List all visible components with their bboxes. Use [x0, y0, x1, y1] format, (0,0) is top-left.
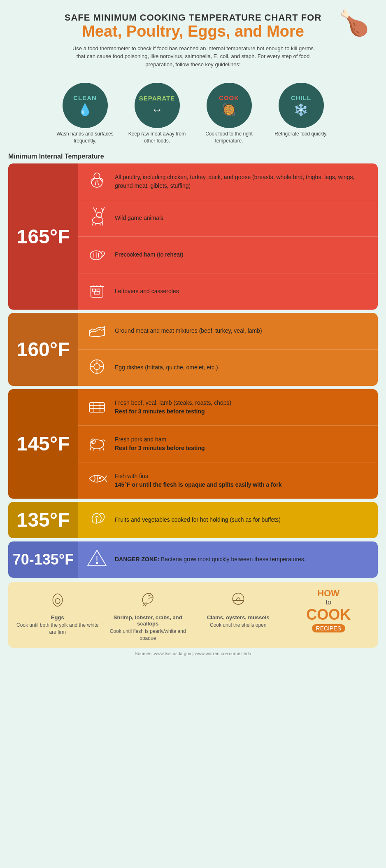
svg-rect-10	[97, 289, 100, 292]
clean-desc: Wash hands and surfaces frequently.	[52, 131, 118, 145]
temp-165-text-1: Wild game animals	[115, 214, 163, 222]
temp-135-items: Fruits and vegetables cooked for hot hol…	[78, 502, 378, 538]
bottom-shrimp: Shrimp, lobster, crabs, and scallops Coo…	[105, 588, 191, 642]
separate-desc: Keep raw meat away from other foods.	[124, 131, 190, 145]
page: SAFE MINIMUM COOKING TEMPERATURE CHART F…	[0, 0, 386, 664]
temp-135-text-0: Fruits and vegetables cooked for hot hol…	[115, 516, 281, 524]
veggie-icon	[84, 507, 109, 533]
clams-desc: Cook until the shells open	[210, 622, 266, 629]
temp-135-item-0: Fruits and vegetables cooked for hot hol…	[78, 502, 378, 538]
svg-line-34	[149, 597, 153, 598]
temp-135-label: 135°F	[8, 502, 78, 538]
clean-icon: 💧	[78, 103, 92, 117]
temp-danger-items: DANGER ZONE: Bacteria grow most quickly …	[78, 541, 378, 578]
pork-icon	[84, 431, 109, 457]
clean-circle: CLEAN 💧	[63, 83, 108, 128]
chill-circle: CHILL ❄️	[279, 83, 324, 128]
temp-160-text-0: Ground meat and meat mixtures (beef, tur…	[115, 327, 262, 335]
bottom-clams: Clams, oysters, mussels Cook until the s…	[195, 588, 281, 629]
temp-danger-text-0: DANGER ZONE: Bacteria grow most quickly …	[115, 555, 306, 564]
temp-165-item-3: Leftovers and casseroles	[78, 273, 378, 310]
svg-point-31	[53, 594, 62, 606]
header-icon: 🍗	[339, 8, 370, 37]
temp-145-text-0: Fresh beef, veal, lamb (steaks, roasts, …	[115, 399, 231, 416]
temp-145-item-0: Fresh beef, veal, lamb (steaks, roasts, …	[78, 389, 378, 426]
deer-icon	[84, 205, 109, 231]
svg-point-25	[92, 441, 93, 442]
brand-to: to	[326, 599, 331, 606]
svg-line-27	[96, 518, 97, 524]
section-label: Minimum Internal Temperature	[8, 153, 378, 160]
temp-160-items: Ground meat and meat mixtures (beef, tur…	[78, 313, 378, 386]
beef-icon	[84, 394, 109, 420]
eggs-title: Eggs	[51, 614, 64, 621]
clams-title: Clams, oysters, mussels	[207, 614, 270, 621]
svg-point-26	[99, 477, 101, 479]
temp-165-text-3: Leftovers and casseroles	[115, 287, 179, 296]
chill-icon: ❄️	[294, 103, 308, 117]
title-top: SAFE MINIMUM COOKING TEMPERATURE CHART F…	[16, 12, 370, 23]
guideline-separate: SEPARATE ↔️ Keep raw meat away from othe…	[124, 83, 190, 145]
eggs-desc: Cook until both the yolk and the white a…	[14, 622, 101, 636]
temp-section-135: 135°F Fruits and vegetables cooked for h…	[8, 502, 378, 538]
guideline-chill: CHILL ❄️ Refrigerate food quickly.	[268, 83, 334, 145]
bottom-eggs: Eggs Cook until both the yolk and the wh…	[14, 588, 101, 636]
title-bottom: Meat, Poultry, Eggs, and More	[16, 23, 370, 40]
temp-145-items: Fresh beef, veal, lamb (steaks, roasts, …	[78, 389, 378, 499]
guideline-clean: CLEAN 💧 Wash hands and surfaces frequent…	[52, 83, 118, 145]
cook-label: COOK	[219, 94, 239, 101]
header-description: Use a food thermometer to check if food …	[70, 44, 316, 69]
clam-icon	[228, 588, 249, 612]
temp-section-160: 160°F Ground meat and meat mixtures (bee…	[8, 313, 378, 386]
temp-145-label: 145°F	[8, 389, 78, 499]
temp-section-danger: 70-135°F DANGER ZONE: Bacteria grow most…	[8, 541, 378, 578]
header: SAFE MINIMUM COOKING TEMPERATURE CHART F…	[8, 8, 378, 75]
poultry-icon	[84, 168, 109, 195]
temp-145-item-2: Fish with fins 145°F or until the flesh …	[78, 462, 378, 499]
casserole-icon	[84, 278, 109, 305]
cook-desc: Cook food to the right temperature.	[196, 131, 262, 145]
temp-165-label: 165°F	[8, 163, 78, 310]
chill-desc: Refrigerate food quickly.	[274, 131, 328, 138]
cook-circle: COOK 🥘	[207, 83, 252, 128]
egg-icon	[84, 355, 109, 381]
temp-danger-label: 70-135°F	[8, 541, 78, 578]
separate-label: SEPARATE	[139, 95, 175, 102]
brand-how: HOW	[317, 588, 339, 599]
temp-165-items: All poultry, including chicken, turkey, …	[78, 163, 378, 310]
guideline-cook: COOK 🥘 Cook food to the right temperatur…	[196, 83, 262, 145]
temp-165-item-0: All poultry, including chicken, turkey, …	[78, 163, 378, 200]
svg-rect-18	[89, 402, 105, 412]
temp-160-label: 160°F	[8, 313, 78, 386]
svg-point-2	[92, 217, 103, 224]
temp-160-item-0: Ground meat and meat mixtures (beef, tur…	[78, 313, 378, 350]
svg-point-32	[55, 599, 60, 604]
egg-bottom-icon	[47, 588, 68, 612]
shrimp-title: Shrimp, lobster, crabs, and scallops	[105, 614, 191, 627]
brand-recipes: RECIPES	[312, 624, 345, 632]
temp-145-item-1: Fresh pork and ham Rest for 3 minutes be…	[78, 426, 378, 462]
temp-165-text-2: Precooked ham (to reheat)	[115, 250, 184, 259]
temp-section-165: 165°F All poultry, including chicken, tu…	[8, 163, 378, 310]
svg-point-13	[94, 364, 100, 370]
temp-145-text-1: Fresh pork and ham Rest for 3 minutes be…	[115, 435, 205, 453]
clean-label: CLEAN	[73, 94, 97, 101]
shrimp-icon	[137, 588, 158, 612]
warning-icon	[84, 546, 109, 573]
cook-icon: 🥘	[222, 103, 236, 117]
svg-line-33	[148, 595, 151, 596]
guidelines-row: CLEAN 💧 Wash hands and surfaces frequent…	[8, 83, 378, 145]
temp-165-item-1: Wild game animals	[78, 200, 378, 237]
separate-circle: SEPARATE ↔️	[135, 83, 180, 128]
svg-rect-9	[92, 289, 95, 292]
temp-160-text-1: Egg dishes (frittata, quiche, omelet, et…	[115, 363, 218, 372]
bottom-row: Eggs Cook until both the yolk and the wh…	[8, 582, 378, 648]
temp-165-item-2: Precooked ham (to reheat)	[78, 237, 378, 273]
svg-rect-11	[95, 292, 99, 294]
fish-icon	[84, 467, 109, 494]
groundmeat-icon	[84, 318, 109, 344]
ham-icon	[84, 242, 109, 268]
chill-label: CHILL	[291, 94, 311, 101]
separate-icon: ↔️	[151, 103, 163, 117]
temp-165-text-0: All poultry, including chicken, turkey, …	[115, 173, 372, 190]
